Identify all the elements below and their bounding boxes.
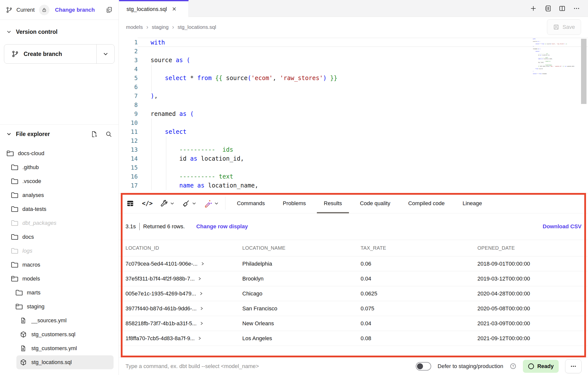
code-line-15[interactable]: 15: [119, 163, 588, 172]
table-row[interactable]: 1f8ffa70-7cb5-4d83-8a7f-9...Los Angeles0…: [119, 331, 588, 346]
help-icon[interactable]: ?: [510, 363, 516, 370]
cell-location_name: New Orleans: [242, 320, 361, 327]
breadcrumb-file[interactable]: stg_locations.sql: [177, 24, 216, 30]
split-pane-icon[interactable]: [559, 5, 566, 12]
file-tree-item-analyses[interactable]: analyses: [7, 188, 114, 202]
create-branch-button[interactable]: Create branch: [4, 45, 96, 63]
panel-tab-results[interactable]: Results: [317, 193, 349, 213]
svg-text:?: ?: [512, 364, 514, 368]
code-line-16[interactable]: 16 ---------- text: [119, 172, 588, 181]
panel-tab-compiled-code[interactable]: Compiled code: [401, 193, 452, 213]
code-line-7[interactable]: 7),: [119, 92, 588, 100]
file-tree-item-stg-locations-sql[interactable]: stg_locations.sql: [16, 355, 114, 369]
cell-tax_rate: 0.0625: [361, 290, 477, 297]
expand-chevron-icon[interactable]: [198, 336, 202, 340]
cell-location_name: Brooklyn: [242, 276, 361, 282]
ellipsis-icon[interactable]: [573, 5, 580, 12]
code-line-3[interactable]: 3source as (: [119, 56, 588, 65]
code-line-4[interactable]: 4: [119, 65, 588, 74]
code-line-8[interactable]: 8: [119, 100, 588, 109]
more-options-button[interactable]: [565, 359, 582, 373]
minimap[interactable]: withsource as ( select * from {{ source(…: [533, 38, 575, 74]
command-input[interactable]: Type a command, ex. dbt build --select <…: [126, 363, 416, 370]
download-csv-link[interactable]: Download CSV: [543, 223, 582, 230]
expand-chevron-icon[interactable]: [198, 277, 202, 281]
line-number: 17: [119, 181, 138, 190]
code-line-13[interactable]: 13 ---------- ids: [119, 145, 588, 154]
code-line-12[interactable]: 12: [119, 136, 588, 145]
panel-tab-problems[interactable]: Problems: [276, 193, 313, 213]
save-button[interactable]: Save: [547, 19, 581, 35]
tab-stg-locations-sql[interactable]: stg_locations.sql ✕: [119, 0, 189, 17]
file-tree-item-docs[interactable]: docs: [7, 230, 114, 244]
table-row[interactable]: 858218fb-73f7-4b1b-a31f-5...New Orleans0…: [119, 316, 588, 331]
code-line-6[interactable]: 6: [119, 83, 588, 92]
file-tree-item-models[interactable]: models: [7, 272, 114, 286]
code-line-10[interactable]: 10: [119, 118, 588, 127]
code-editor[interactable]: 1with23source as (45 select * from {{ so…: [119, 37, 588, 193]
breadcrumb-models[interactable]: models: [126, 24, 143, 30]
file-tree-item-stg-customers-yml[interactable]: stg_customers.yml: [16, 341, 114, 355]
defer-toggle[interactable]: [416, 362, 431, 371]
compile-code-icon[interactable]: </>: [142, 200, 153, 207]
code-line-17[interactable]: 17 name as location_name,: [119, 181, 588, 190]
branch-lock-icon: [39, 5, 49, 15]
table-row[interactable]: 005e7e1c-1935-4269-b479...Chicago0.06252…: [119, 286, 588, 301]
file-tree-item-docs-cloud[interactable]: docs-cloud: [3, 146, 114, 160]
search-icon[interactable]: [105, 131, 112, 138]
close-icon[interactable]: ✕: [172, 6, 176, 12]
cell-opened_date: 2018-09-01T00:00:00: [477, 261, 582, 267]
code-line-14[interactable]: 14 id as location_id,: [119, 154, 588, 163]
file-tree-item-staging[interactable]: staging: [12, 300, 114, 314]
file-tree-item-macros[interactable]: macros: [7, 258, 114, 272]
build-dropdown-button[interactable]: [160, 199, 174, 207]
file-tree-item-data-tests[interactable]: data-tests: [7, 202, 114, 216]
file-tree-item--vscode[interactable]: .vscode: [7, 174, 114, 188]
table-row[interactable]: 3977f440-b87d-461b-9dd6-...San Francisco…: [119, 301, 588, 316]
editor-scrollbar[interactable]: [581, 39, 587, 104]
change-row-display-link[interactable]: Change row display: [196, 223, 248, 230]
code-line-11[interactable]: 11 select: [119, 127, 588, 136]
table-row[interactable]: 37e5f311-b7f4-4f2f-988b-7...Brooklyn0.04…: [119, 271, 588, 286]
code-line-9[interactable]: 9renamed as (: [119, 109, 588, 118]
indent-guide: [151, 118, 152, 190]
preview-table-button[interactable]: [126, 200, 134, 207]
model-icon: [20, 331, 27, 338]
copilot-dropdown-button[interactable]: [204, 199, 219, 208]
wrench-icon: [160, 199, 168, 207]
breadcrumb-row: models › staging › stg_locations.sql Sav…: [119, 17, 588, 37]
format-dropdown-button[interactable]: [182, 199, 196, 207]
change-branch-link[interactable]: Change branch: [55, 7, 95, 13]
line-number: 5: [119, 74, 138, 83]
copy-branch-icon[interactable]: [106, 6, 113, 13]
expand-chevron-icon[interactable]: [201, 262, 205, 266]
expand-chevron-icon[interactable]: [199, 291, 203, 296]
cell-opened_date: 2021-09-12T00:00:00: [477, 335, 582, 342]
file-tree-item-stg-customers-sql[interactable]: stg_customers.sql: [16, 328, 114, 341]
create-branch-dropdown-button[interactable]: [96, 45, 114, 63]
file-tree-item--github[interactable]: .github: [7, 160, 114, 174]
panel-tab-commands[interactable]: Commands: [230, 193, 272, 213]
file-tree-item-marts[interactable]: marts: [12, 286, 114, 300]
status-badge[interactable]: Ready: [523, 360, 559, 373]
file-tree-item-logs[interactable]: logs: [7, 244, 114, 258]
expand-chevron-icon[interactable]: [200, 321, 204, 326]
code-line-1[interactable]: 1with: [119, 38, 588, 47]
breadcrumb-staging[interactable]: staging: [152, 24, 169, 30]
panel-tab-code-quality[interactable]: Code quality: [353, 193, 397, 213]
notebook-icon[interactable]: [544, 5, 551, 12]
new-tab-icon[interactable]: [530, 5, 537, 12]
file-explorer-title: File explorer: [16, 131, 50, 138]
version-control-header[interactable]: Version control: [0, 24, 119, 40]
main-area: stg_locations.sql ✕ models › staging › s…: [119, 0, 588, 375]
file-label: .vscode: [22, 178, 41, 185]
panel-tab-lineage[interactable]: Lineage: [456, 193, 489, 213]
code-line-5[interactable]: 5 select * from {{ source('ecom', 'raw_s…: [119, 74, 588, 83]
file-tree-item-dbt-packages[interactable]: dbt_packages: [7, 216, 114, 230]
expand-chevron-icon[interactable]: [200, 306, 204, 311]
file-explorer-header[interactable]: File explorer: [0, 125, 119, 143]
code-line-2[interactable]: 2: [119, 47, 588, 56]
new-file-icon[interactable]: [91, 131, 97, 138]
file-tree-item--sources-yml[interactable]: __sources.yml: [16, 314, 114, 328]
table-row[interactable]: 7c079cea-5ed4-4101-906e-...Philadelphia0…: [119, 256, 588, 271]
